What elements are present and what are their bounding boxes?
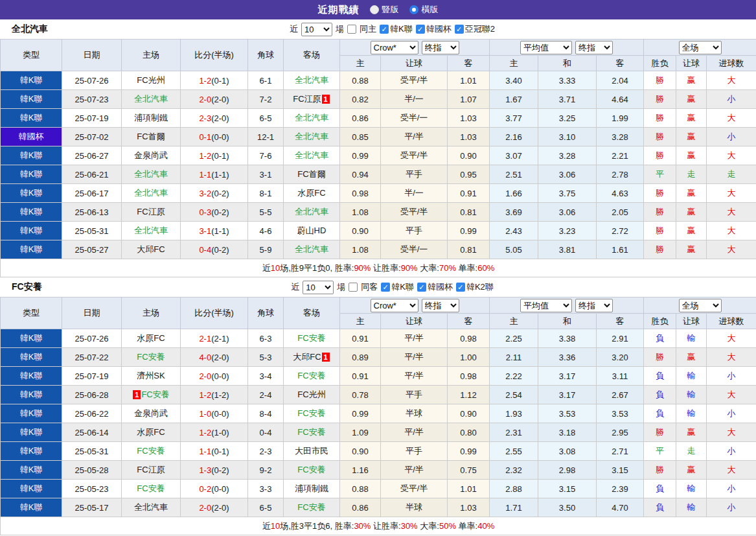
checkbox-checked-icon[interactable]: ✓: [380, 25, 389, 34]
full-time-score: 2-0: [199, 371, 211, 381]
sub-draw-header: 和: [538, 314, 597, 329]
league-filter-3[interactable]: ✓亞冠聯2: [455, 23, 495, 35]
europe-home-odds: 2.32: [490, 461, 538, 480]
team-label: 浦項制鐵: [134, 113, 168, 122]
league-filter-3[interactable]: ✓韓K2聯: [456, 281, 494, 293]
europe-draw-odds: 3.53: [538, 404, 597, 423]
checkbox-checked-icon[interactable]: ✓: [456, 283, 465, 292]
checkbox-checked-icon[interactable]: ✓: [417, 283, 426, 292]
team-label: 全北汽車: [134, 188, 168, 198]
league-type-cell: 韓K聯: [1, 90, 62, 109]
score-cell: 2-0(2-0): [181, 90, 248, 109]
near-label: 近: [291, 281, 299, 293]
corner-cell: 2-4: [248, 386, 284, 404]
match-row: 韓K聯25-05-31FC安養1-1(0-1)2-3大田市民0.90平手0.99…: [1, 442, 756, 461]
checkbox-checked-icon[interactable]: ✓: [455, 25, 464, 34]
red-card-badge: 1: [133, 390, 141, 399]
sub-away-header: 客: [448, 314, 490, 329]
col-type-header: 类型: [1, 297, 62, 329]
same-venue-checkbox[interactable]: [349, 283, 358, 292]
bookmaker-select[interactable]: Crow*: [371, 299, 418, 312]
handicap-line: 受平/半: [381, 480, 448, 498]
full-match-select[interactable]: 全场: [679, 299, 722, 312]
radio-off-icon[interactable]: [370, 5, 379, 14]
league-filter-1[interactable]: ✓韓K聯: [380, 23, 413, 35]
europe-away-odds: 4.70: [597, 498, 644, 517]
league-type-cell: 韓K聯: [1, 498, 62, 517]
full-match-select[interactable]: 全场: [679, 41, 722, 54]
checkbox-checked-icon[interactable]: ✓: [381, 283, 390, 292]
europe-away-odds: 2.71: [597, 442, 644, 461]
title-bar: 近期戰績 豎版 橫版: [0, 0, 756, 19]
summary-text: 大率:: [418, 521, 439, 531]
europe-away-odds: 2.72: [597, 222, 644, 240]
result-handicap: 輸: [676, 498, 707, 517]
away-team-cell: 全北汽車: [284, 109, 340, 128]
recent-count-select[interactable]: 10: [303, 281, 334, 294]
result-outcome: 勝: [644, 90, 676, 109]
europe-home-odds: 3.69: [490, 203, 538, 222]
corner-cell: 6-5: [248, 109, 284, 128]
corner-cell: 12-1: [248, 128, 284, 146]
corner-cell: 6-5: [248, 498, 284, 517]
team-label: 水原FC: [297, 188, 325, 198]
recent-count-select[interactable]: 10: [301, 23, 332, 36]
team-block-away: FC安養 近 10 場 同客 ✓韓K聯 ✓韓國杯 ✓韓K2聯 类型: [0, 277, 756, 535]
away-team-cell: FC光州: [284, 386, 340, 404]
radio-vertical-layout[interactable]: 豎版: [370, 4, 399, 16]
final-odds-select[interactable]: 终指: [422, 299, 459, 312]
europe-home-odds: 1.66: [490, 184, 538, 203]
league-filter-2[interactable]: ✓韓國杯: [417, 281, 453, 293]
handicap-line: 半球: [381, 404, 448, 423]
full-time-score: 1-0: [199, 409, 211, 419]
full-time-score: 0-3: [199, 207, 211, 217]
europe-away-odds: 4.64: [597, 90, 644, 109]
radio-on-icon[interactable]: [409, 5, 418, 14]
final-odds-select[interactable]: 终指: [575, 41, 613, 54]
final-odds-select[interactable]: 终指: [422, 41, 459, 54]
handicap-home-odds: 0.82: [340, 90, 381, 109]
europe-away-odds: 2.95: [597, 423, 644, 442]
result-handicap: 赢: [676, 222, 707, 240]
home-team-cell: 全北汽車: [122, 184, 181, 203]
score-cell: 2-0(2-0): [181, 498, 248, 517]
score-cell: 2-3(2-0): [181, 109, 248, 128]
team-label: 全北汽車: [134, 169, 168, 179]
corner-cell: 7-2: [248, 90, 284, 109]
same-venue-checkbox[interactable]: [347, 25, 356, 34]
league-filter-1[interactable]: ✓韓K聯: [381, 281, 414, 293]
score-cell: 2-1(2-1): [181, 329, 248, 348]
away-team-cell: 浦項制鐵: [284, 480, 340, 498]
average-select[interactable]: 平均值: [520, 299, 572, 312]
europe-away-odds: 1.99: [597, 109, 644, 128]
half-time-score: (0-1): [211, 447, 229, 456]
team-name: FC安養: [12, 281, 42, 293]
league-filter-2[interactable]: ✓韓國杯: [416, 23, 452, 35]
summary-text: 近: [262, 521, 271, 531]
match-row: 韓國杯25-07-02FC首爾0-1(0-0)12-1全北汽車0.85平/半1.…: [1, 128, 756, 146]
average-select[interactable]: 平均值: [520, 41, 572, 54]
half-time-score: (0-0): [211, 484, 229, 494]
europe-draw-odds: 3.18: [538, 423, 597, 442]
result-outcome: 勝: [644, 71, 676, 90]
home-team-cell: FC江原: [122, 203, 181, 222]
bookmaker-select[interactable]: Crow*: [371, 41, 418, 54]
europe-home-odds: 2.11: [490, 348, 538, 367]
handicap-home-odds: 0.86: [340, 498, 381, 517]
radio-horizontal-layout[interactable]: 橫版: [409, 4, 439, 16]
sub-home2-header: 主: [490, 56, 538, 71]
match-row: 韓K聯25-07-22FC安養4-0(2-0)5-3大邱FC10.89平/半1.…: [1, 348, 756, 367]
handicap-line: 平/半: [381, 348, 448, 367]
score-cell: 0-1(0-0): [181, 128, 248, 146]
summary-stat-value: 30%: [401, 521, 418, 531]
europe-draw-odds: 3.36: [538, 348, 597, 367]
full-time-score: 1-2: [199, 390, 211, 400]
home-team-cell: 濟州SK: [122, 367, 181, 386]
handicap-line: 平手: [381, 165, 448, 184]
checkbox-checked-icon[interactable]: ✓: [416, 25, 425, 34]
result-handicap: 走: [676, 442, 707, 461]
match-date: 25-07-26: [62, 329, 122, 348]
final-odds-select[interactable]: 终指: [575, 299, 613, 312]
same-venue-label: 同客: [361, 281, 378, 293]
result-handicap: 輸: [676, 367, 707, 386]
